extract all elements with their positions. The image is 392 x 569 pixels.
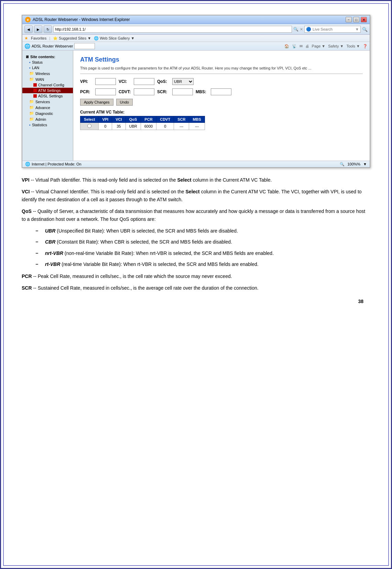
favorites-label[interactable]: Favorites: [31, 36, 46, 40]
qos-select[interactable]: UBR CBR nrt-VBR rt-VBR: [172, 78, 194, 85]
close-button[interactable]: ✕: [361, 17, 367, 22]
forward-button[interactable]: ▶: [34, 25, 42, 33]
qos-option-cbr-desc: − CBR (Constant Bit Rate): When CBR is s…: [35, 238, 370, 246]
help-icon[interactable]: ❓: [363, 44, 368, 49]
atm-settings-icon: [33, 89, 37, 92]
page-number: 38: [22, 299, 370, 304]
maximize-button[interactable]: □: [353, 17, 359, 22]
advance-folder-icon: 📁: [29, 105, 34, 110]
row-radio[interactable]: [87, 124, 91, 128]
cdvt-label: CDVT:: [119, 89, 131, 94]
safety-menu[interactable]: Safety ▼: [328, 44, 344, 48]
status-left: 🌐 Internet | Protected Mode: On: [25, 162, 81, 167]
cbr-term: CBR: [45, 239, 55, 245]
search-box[interactable]: 🔵 ▼: [304, 26, 361, 33]
diagnostic-folder-icon: 📁: [29, 111, 34, 116]
search-dropdown-icon: ▼: [355, 27, 359, 31]
sidebar-item-channel-config[interactable]: Channel Config: [22, 82, 73, 88]
cell-vci: 35: [112, 123, 126, 130]
undo-button[interactable]: Undo: [116, 99, 133, 106]
col-scr: SCR: [174, 116, 189, 123]
sidebar-item-admin[interactable]: 📁 Admin: [22, 116, 73, 122]
pcr-dash: --: [33, 273, 37, 279]
sidebar-item-diagnostic[interactable]: 📁 Diagnostic: [22, 110, 73, 116]
page-number-value: 38: [358, 299, 363, 304]
scr-label: SCR:: [157, 89, 170, 94]
vci-dash: --: [31, 189, 35, 194]
ubr-dash: −: [35, 227, 42, 235]
vci-paragraph: VCI -- Virtual Channel Identifier. This …: [22, 188, 370, 203]
sidebar-item-wan[interactable]: 📁 WAN: [22, 76, 73, 82]
address-input[interactable]: [53, 26, 292, 33]
zoom-dropdown-icon[interactable]: ▼: [363, 162, 367, 166]
cell-select[interactable]: [80, 123, 99, 130]
admin-folder-icon: 📁: [29, 117, 34, 121]
browser-controls[interactable]: − □ ✕: [346, 17, 367, 22]
cdvt-input[interactable]: [134, 88, 154, 95]
ie-search-input[interactable]: [74, 43, 95, 49]
wan-label: WAN: [35, 77, 44, 82]
ubr-desc: UBR (Unspecified Bit Rate): When UBR is …: [45, 227, 238, 235]
print-icon[interactable]: 🖨: [305, 44, 309, 48]
live-search-input[interactable]: [313, 27, 354, 31]
pcr-input[interactable]: [95, 88, 116, 95]
col-mbs: MBS: [189, 116, 205, 123]
router-content: 🖥 Site contents: ▪ Status ▪ LAN 📁 Wirele…: [22, 51, 370, 161]
mbs-input[interactable]: [211, 88, 231, 95]
web-slice-label: Web Slice Gallery ▼: [100, 36, 134, 40]
search-submit-icon[interactable]: 🔍: [362, 27, 368, 32]
browser-title-left: e ADSL Router Webserver - Windows Intern…: [25, 17, 130, 22]
sidebar-item-atm-settings[interactable]: ATM Settings: [22, 88, 73, 93]
page-menu[interactable]: Page ▼: [312, 44, 326, 48]
vpi-input[interactable]: [95, 78, 116, 85]
favorites-star-icon: ★: [24, 36, 28, 41]
cell-pcr: 6000: [141, 123, 156, 130]
admin-label: Admin: [35, 117, 46, 121]
qos-text: Quality of Server, a characteristic of d…: [22, 208, 365, 222]
vpi-select-bold: Select: [177, 177, 191, 183]
apply-changes-button[interactable]: Apply Changes: [80, 99, 113, 106]
rtvbr-dash: −: [35, 260, 42, 268]
nrtvbr-term: nrt-VBR: [45, 250, 63, 256]
atm-description: This page is used to configure the param…: [80, 66, 363, 74]
atm-settings-title: ATM Settings: [80, 56, 363, 63]
sidebar-item-advance[interactable]: 📁 Advance: [22, 105, 73, 110]
scr-input[interactable]: [172, 88, 193, 95]
sidebar-item-wireless[interactable]: 📁 Wireless: [22, 71, 73, 76]
minimize-button[interactable]: −: [346, 17, 352, 22]
browser-title: ADSL Router Webserver - Windows Internet…: [33, 17, 130, 22]
vpi-text2: column in the Current ATM VC Table.: [193, 177, 272, 183]
sidebar-item-status[interactable]: ▪ Status: [22, 60, 73, 65]
refresh-button[interactable]: ↻: [44, 25, 52, 33]
feeds-icon[interactable]: 📡: [292, 44, 297, 49]
status-page-icon: ▪: [29, 60, 31, 64]
zoom-level[interactable]: 100%%: [347, 162, 360, 166]
cell-scr: ---: [174, 123, 189, 130]
atm-vc-table: Select VPI VCI QoS PCR CDVT SCR MBS: [80, 116, 205, 130]
qos-option-nrtvbr-desc: − nrt-VBR (non-real-time Variable Bit Ra…: [35, 249, 370, 257]
home-icon[interactable]: 🏠: [284, 44, 289, 49]
vci-input[interactable]: [134, 78, 154, 85]
ie-toolbar-right: 🏠 📡 ✉ 🖨 Page ▼ Safety ▼ Tools ▼ ❓: [284, 44, 368, 49]
status-bar: 🌐 Internet | Protected Mode: On 🔍 100%% …: [22, 161, 370, 167]
back-button[interactable]: ◀: [24, 25, 33, 33]
suggested-sites-label: Suggested Sites ▼: [59, 36, 91, 40]
atm-settings-label: ATM Settings: [38, 88, 61, 93]
sidebar-item-adsl-settings[interactable]: ADSL Settings: [22, 93, 73, 99]
ie-toolbar: 🌐 ADSL Router Webserver 🏠 📡 ✉ 🖨 Page ▼ S…: [22, 42, 370, 51]
pcr-term: PCR: [22, 273, 32, 279]
monitor-icon: 🖥: [25, 55, 29, 59]
sidebar-item-statistics[interactable]: ▪ Statistics: [22, 122, 73, 128]
sidebar-item-services[interactable]: 📁 Services: [22, 99, 73, 105]
favorites-divider: |: [49, 36, 50, 40]
sidebar-header: 🖥 Site contents:: [22, 53, 73, 60]
sidebar-item-lan[interactable]: ▪ LAN: [22, 65, 73, 71]
tools-menu[interactable]: Tools ▼: [346, 44, 360, 48]
table-title: Current ATM VC Table:: [80, 110, 363, 115]
web-slice-gallery[interactable]: 🌐 Web Slice Gallery ▼: [94, 36, 134, 41]
suggested-sites[interactable]: ⭐ Suggested Sites ▼: [53, 36, 91, 41]
address-bar: ◀ ▶ ↻ 🔍 ✕ 🔵 ▼ 🔍: [22, 24, 370, 35]
vpi-label: VPI:: [80, 79, 92, 84]
read-mail-icon[interactable]: ✉: [300, 44, 303, 49]
vpi-dash: --: [31, 177, 35, 183]
